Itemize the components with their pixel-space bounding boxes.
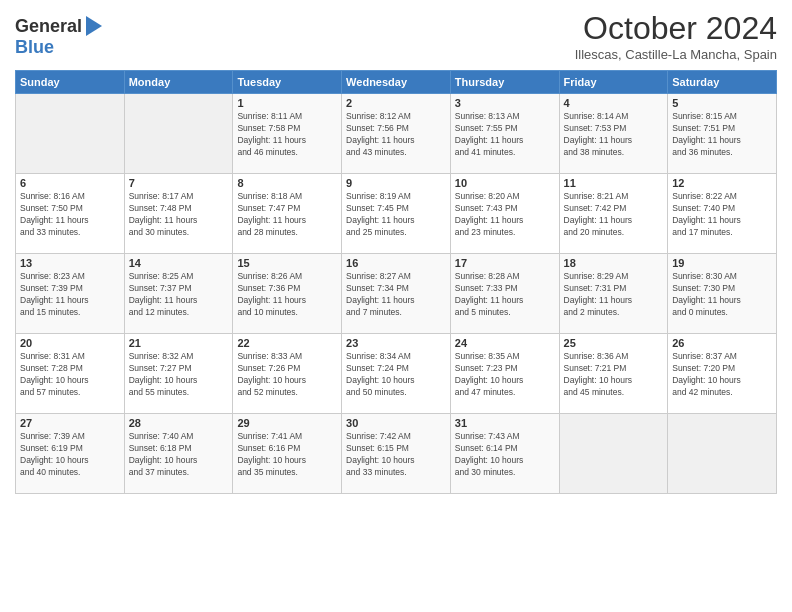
calendar-cell: 20Sunrise: 8:31 AM Sunset: 7:28 PM Dayli… [16,334,125,414]
logo-icon [84,14,104,38]
calendar-cell: 16Sunrise: 8:27 AM Sunset: 7:34 PM Dayli… [342,254,451,334]
weekday-header-monday: Monday [124,71,233,94]
day-number: 1 [237,97,337,109]
calendar-cell: 9Sunrise: 8:19 AM Sunset: 7:45 PM Daylig… [342,174,451,254]
calendar-cell: 1Sunrise: 8:11 AM Sunset: 7:58 PM Daylig… [233,94,342,174]
day-number: 28 [129,417,229,429]
logo-text-blue: Blue [15,37,54,57]
day-info: Sunrise: 8:35 AM Sunset: 7:23 PM Dayligh… [455,351,555,399]
calendar-week-2: 6Sunrise: 8:16 AM Sunset: 7:50 PM Daylig… [16,174,777,254]
day-info: Sunrise: 8:15 AM Sunset: 7:51 PM Dayligh… [672,111,772,159]
day-info: Sunrise: 8:23 AM Sunset: 7:39 PM Dayligh… [20,271,120,319]
day-info: Sunrise: 8:14 AM Sunset: 7:53 PM Dayligh… [564,111,664,159]
day-number: 18 [564,257,664,269]
day-info: Sunrise: 8:31 AM Sunset: 7:28 PM Dayligh… [20,351,120,399]
weekday-header-thursday: Thursday [450,71,559,94]
calendar-cell: 18Sunrise: 8:29 AM Sunset: 7:31 PM Dayli… [559,254,668,334]
header: General Blue October 2024 Illescas, Cast… [15,10,777,62]
day-info: Sunrise: 8:16 AM Sunset: 7:50 PM Dayligh… [20,191,120,239]
calendar-week-1: 1Sunrise: 8:11 AM Sunset: 7:58 PM Daylig… [16,94,777,174]
calendar-cell: 13Sunrise: 8:23 AM Sunset: 7:39 PM Dayli… [16,254,125,334]
calendar-cell: 30Sunrise: 7:42 AM Sunset: 6:15 PM Dayli… [342,414,451,494]
calendar-cell: 24Sunrise: 8:35 AM Sunset: 7:23 PM Dayli… [450,334,559,414]
calendar-cell: 10Sunrise: 8:20 AM Sunset: 7:43 PM Dayli… [450,174,559,254]
calendar-cell: 17Sunrise: 8:28 AM Sunset: 7:33 PM Dayli… [450,254,559,334]
day-info: Sunrise: 7:43 AM Sunset: 6:14 PM Dayligh… [455,431,555,479]
day-info: Sunrise: 8:27 AM Sunset: 7:34 PM Dayligh… [346,271,446,319]
day-info: Sunrise: 8:22 AM Sunset: 7:40 PM Dayligh… [672,191,772,239]
day-number: 23 [346,337,446,349]
calendar-cell: 25Sunrise: 8:36 AM Sunset: 7:21 PM Dayli… [559,334,668,414]
calendar-cell: 19Sunrise: 8:30 AM Sunset: 7:30 PM Dayli… [668,254,777,334]
calendar-cell [124,94,233,174]
calendar-cell: 3Sunrise: 8:13 AM Sunset: 7:55 PM Daylig… [450,94,559,174]
day-number: 3 [455,97,555,109]
day-number: 17 [455,257,555,269]
day-number: 16 [346,257,446,269]
calendar-cell: 23Sunrise: 8:34 AM Sunset: 7:24 PM Dayli… [342,334,451,414]
svg-marker-0 [86,16,102,36]
day-info: Sunrise: 8:34 AM Sunset: 7:24 PM Dayligh… [346,351,446,399]
day-number: 26 [672,337,772,349]
day-info: Sunrise: 8:36 AM Sunset: 7:21 PM Dayligh… [564,351,664,399]
calendar-cell: 27Sunrise: 7:39 AM Sunset: 6:19 PM Dayli… [16,414,125,494]
calendar-cell: 4Sunrise: 8:14 AM Sunset: 7:53 PM Daylig… [559,94,668,174]
calendar-cell: 14Sunrise: 8:25 AM Sunset: 7:37 PM Dayli… [124,254,233,334]
calendar-cell: 2Sunrise: 8:12 AM Sunset: 7:56 PM Daylig… [342,94,451,174]
day-number: 25 [564,337,664,349]
calendar-cell: 22Sunrise: 8:33 AM Sunset: 7:26 PM Dayli… [233,334,342,414]
day-number: 13 [20,257,120,269]
day-info: Sunrise: 7:40 AM Sunset: 6:18 PM Dayligh… [129,431,229,479]
day-number: 27 [20,417,120,429]
month-title: October 2024 [575,10,777,47]
day-number: 12 [672,177,772,189]
day-number: 8 [237,177,337,189]
calendar-week-5: 27Sunrise: 7:39 AM Sunset: 6:19 PM Dayli… [16,414,777,494]
day-info: Sunrise: 8:17 AM Sunset: 7:48 PM Dayligh… [129,191,229,239]
title-block: October 2024 Illescas, Castille-La Manch… [575,10,777,62]
day-info: Sunrise: 8:37 AM Sunset: 7:20 PM Dayligh… [672,351,772,399]
calendar-week-4: 20Sunrise: 8:31 AM Sunset: 7:28 PM Dayli… [16,334,777,414]
calendar-cell: 5Sunrise: 8:15 AM Sunset: 7:51 PM Daylig… [668,94,777,174]
main-container: General Blue October 2024 Illescas, Cast… [0,0,792,504]
day-info: Sunrise: 8:21 AM Sunset: 7:42 PM Dayligh… [564,191,664,239]
day-info: Sunrise: 8:25 AM Sunset: 7:37 PM Dayligh… [129,271,229,319]
weekday-header-tuesday: Tuesday [233,71,342,94]
calendar-cell: 31Sunrise: 7:43 AM Sunset: 6:14 PM Dayli… [450,414,559,494]
day-number: 24 [455,337,555,349]
logo-text-general: General [15,17,82,35]
day-number: 30 [346,417,446,429]
day-number: 22 [237,337,337,349]
calendar-cell: 28Sunrise: 7:40 AM Sunset: 6:18 PM Dayli… [124,414,233,494]
day-number: 20 [20,337,120,349]
day-info: Sunrise: 7:39 AM Sunset: 6:19 PM Dayligh… [20,431,120,479]
calendar-cell [559,414,668,494]
day-info: Sunrise: 8:29 AM Sunset: 7:31 PM Dayligh… [564,271,664,319]
calendar-cell: 8Sunrise: 8:18 AM Sunset: 7:47 PM Daylig… [233,174,342,254]
day-number: 15 [237,257,337,269]
calendar-cell: 6Sunrise: 8:16 AM Sunset: 7:50 PM Daylig… [16,174,125,254]
calendar-cell: 7Sunrise: 8:17 AM Sunset: 7:48 PM Daylig… [124,174,233,254]
day-number: 14 [129,257,229,269]
calendar-cell: 21Sunrise: 8:32 AM Sunset: 7:27 PM Dayli… [124,334,233,414]
calendar-cell: 11Sunrise: 8:21 AM Sunset: 7:42 PM Dayli… [559,174,668,254]
day-number: 7 [129,177,229,189]
day-number: 4 [564,97,664,109]
day-number: 29 [237,417,337,429]
logo: General Blue [15,14,104,57]
calendar-body: 1Sunrise: 8:11 AM Sunset: 7:58 PM Daylig… [16,94,777,494]
calendar-cell [16,94,125,174]
calendar-week-3: 13Sunrise: 8:23 AM Sunset: 7:39 PM Dayli… [16,254,777,334]
weekday-header-saturday: Saturday [668,71,777,94]
location-subtitle: Illescas, Castille-La Mancha, Spain [575,47,777,62]
logo-block: General Blue [15,14,104,57]
weekday-header-friday: Friday [559,71,668,94]
day-info: Sunrise: 8:33 AM Sunset: 7:26 PM Dayligh… [237,351,337,399]
day-info: Sunrise: 8:13 AM Sunset: 7:55 PM Dayligh… [455,111,555,159]
day-info: Sunrise: 8:26 AM Sunset: 7:36 PM Dayligh… [237,271,337,319]
day-info: Sunrise: 8:11 AM Sunset: 7:58 PM Dayligh… [237,111,337,159]
weekday-header-wednesday: Wednesday [342,71,451,94]
day-info: Sunrise: 8:19 AM Sunset: 7:45 PM Dayligh… [346,191,446,239]
day-number: 10 [455,177,555,189]
day-info: Sunrise: 8:20 AM Sunset: 7:43 PM Dayligh… [455,191,555,239]
